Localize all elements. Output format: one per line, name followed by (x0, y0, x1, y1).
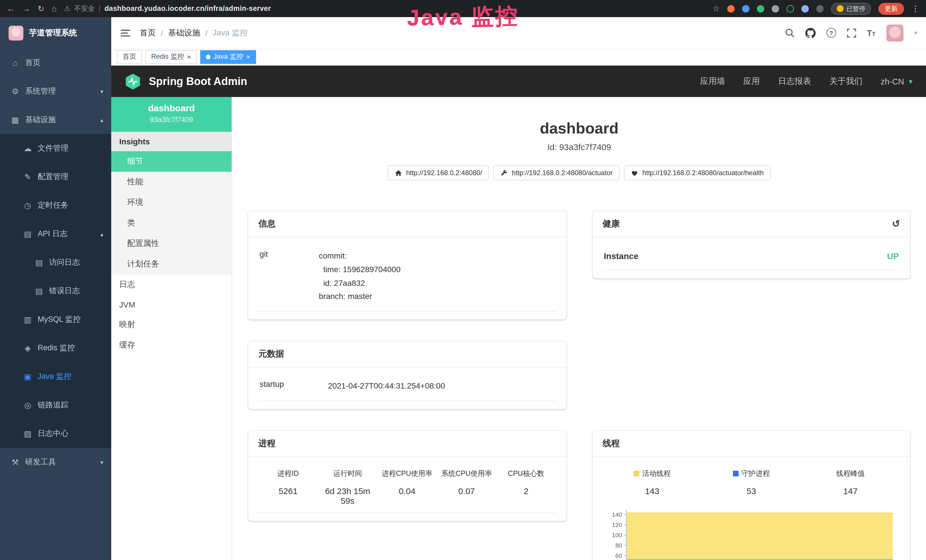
close-icon[interactable]: × (246, 53, 250, 60)
actuator-url-button[interactable]: http://192.168.0.2:48080/actuator (494, 165, 620, 180)
sidebar-item-dev-tools[interactable]: ⚒ 研发工具 ▾ (0, 448, 111, 477)
sidebar-item-system-mgmt[interactable]: ⚙ 系统管理 ▾ (0, 77, 111, 106)
sba-brand-title[interactable]: Spring Boot Admin (149, 75, 247, 88)
extension-icon[interactable] (772, 5, 779, 12)
sba-nav-applications[interactable]: 应用 (743, 76, 760, 87)
sidebar-item-label: 系统管理 (25, 86, 56, 97)
sba-item-environment[interactable]: 环境 (111, 192, 232, 213)
sba-nav-about[interactable]: 关于我们 (829, 76, 862, 87)
sidebar-item-home[interactable]: ⌂ 首页 (0, 48, 111, 77)
back-icon[interactable]: ← (7, 4, 15, 13)
app-logo-row[interactable]: 芋道管理系统 (0, 17, 111, 48)
sba-sidebar: dashboard 93a3fc7f7409 Insights 细节 性能 环境… (111, 97, 232, 560)
card-title: 信息 (259, 218, 275, 229)
sba-item-caches[interactable]: 缓存 (111, 335, 232, 356)
locale-select[interactable]: zh-CN ▼ (881, 77, 914, 86)
breadcrumb-infrastructure[interactable]: 基础设施 (168, 28, 200, 38)
extension-icon[interactable] (757, 5, 764, 12)
bookmark-star-icon[interactable]: ☆ (713, 4, 720, 13)
service-url-button[interactable]: http://192.168.0.2:48080/ (388, 165, 489, 180)
browser-home-icon[interactable]: ⌂ (51, 4, 56, 13)
forward-icon[interactable]: → (22, 4, 30, 13)
sidebar-item-api-logs[interactable]: ▤ API 日志 ▴ (0, 219, 111, 248)
update-button[interactable]: 更新 (878, 3, 904, 15)
stat-value: 143 (602, 486, 702, 496)
sidebar-item-label: Java 监控 (38, 371, 71, 382)
tab-label: Redis 监控 (151, 52, 184, 62)
sidebar-item-mysql-monitor[interactable]: ▥ MySQL 监控 (0, 305, 111, 334)
sba-item-jvm[interactable]: JVM (111, 295, 232, 314)
browser-menu-icon[interactable]: ⋮ (911, 4, 920, 13)
profile-paused-chip[interactable]: 已暂停 (831, 3, 871, 15)
github-icon[interactable] (805, 28, 816, 38)
svg-text:80: 80 (615, 542, 622, 549)
sba-item-details[interactable]: 细节 (111, 151, 232, 172)
sba-item-metrics[interactable]: 性能 (111, 172, 232, 192)
breadcrumb-separator: / (205, 28, 207, 37)
extension-icon[interactable] (801, 5, 809, 12)
sidebar-item-cron-jobs[interactable]: ◷ 定时任务 (0, 191, 111, 219)
font-size-icon[interactable]: TT (867, 28, 876, 38)
health-instance-label: Instance (604, 251, 639, 261)
breadcrumb-separator: / (161, 28, 163, 37)
sba-item-scheduled-tasks[interactable]: 计划任务 (111, 254, 232, 274)
svg-text:100: 100 (612, 532, 622, 539)
hamburger-icon[interactable] (120, 28, 131, 38)
sidebar-item-error-logs[interactable]: ▤ 错误日志 (0, 277, 111, 305)
close-icon[interactable]: × (187, 53, 191, 60)
sidebar-item-infrastructure[interactable]: ▦ 基础设施 ▴ (0, 106, 111, 134)
history-icon[interactable]: ↺ (892, 219, 900, 229)
chevron-down-icon[interactable]: ▾ (914, 30, 917, 36)
health-url-button[interactable]: http://192.168.0.2:48080/actuator/health (624, 165, 770, 180)
breadcrumb-home[interactable]: 首页 (140, 28, 156, 38)
stat-label: 运行时间 (318, 469, 378, 479)
svg-text:120: 120 (612, 522, 622, 528)
sba-nav-wallboard[interactable]: 应用墙 (700, 76, 725, 87)
metadata-card-body: startup 2021-04-27T00:44:31.254+08:00 (248, 368, 566, 409)
refresh-icon[interactable]: ↻ (38, 4, 44, 13)
sidebar-item-redis-monitor[interactable]: ◈ Redis 监控 (0, 334, 111, 362)
tab-label: 首页 (123, 52, 136, 62)
user-avatar[interactable] (887, 24, 903, 41)
app-frame: 芋道管理系统 ⌂ 首页 ⚙ 系统管理 ▾ ▦ 基础设施 ▴ ☁ 文件管理 ✎ (0, 17, 926, 560)
screen: ← → ↻ ⌂ ⚠ 不安全 | dashboard.yudao.iocoder.… (0, 0, 926, 560)
sidebar-item-config-mgmt[interactable]: ✎ 配置管理 (0, 163, 111, 191)
address-divider: | (99, 5, 101, 12)
database-icon: ▥ (23, 315, 33, 324)
process-stats-row: 进程ID 5261 运行时间 6d 23h 15m 59s 进程CPU使用率 (259, 462, 556, 513)
tab-java-monitor[interactable]: Java 监控 × (200, 50, 256, 64)
sba-item-logs[interactable]: 日志 (111, 274, 232, 295)
extension-icon[interactable] (787, 5, 794, 12)
sidebar-item-access-logs[interactable]: ▤ 访问日志 (0, 248, 111, 277)
document-icon: ▤ (34, 286, 44, 295)
instance-header[interactable]: dashboard 93a3fc7f7409 (111, 97, 232, 132)
search-icon[interactable] (785, 28, 794, 38)
extension-icon[interactable] (742, 5, 749, 12)
sba-item-classes[interactable]: 类 (111, 213, 232, 233)
url-text[interactable]: dashboard.yudao.iocoder.cn/infra/admin-s… (104, 5, 271, 12)
address-bar[interactable]: ⚠ 不安全 | dashboard.yudao.iocoder.cn/infra… (64, 4, 705, 14)
log-icon: ▤ (23, 229, 33, 239)
puzzle-extensions-icon[interactable] (816, 5, 824, 12)
legend-label: 活动线程 (642, 469, 671, 479)
tab-redis-monitor[interactable]: Redis 监控 × (145, 50, 197, 64)
sidebar-item-label: 日志中心 (38, 428, 68, 439)
tab-home[interactable]: 首页 (117, 50, 142, 64)
chevron-down-icon: ▼ (908, 78, 914, 85)
extension-icon[interactable] (727, 5, 735, 12)
sba-nav-journal[interactable]: 日志报表 (778, 76, 811, 87)
security-label[interactable]: 不安全 (74, 4, 95, 14)
sba-item-config-props[interactable]: 配置属性 (111, 233, 232, 254)
help-icon[interactable]: ? (826, 28, 836, 38)
sidebar-item-log-center[interactable]: ▧ 日志中心 (0, 419, 111, 448)
main-pane: 首页 / 基础设施 / Java 监控 ? TT ▾ (111, 17, 926, 560)
fullscreen-icon[interactable] (847, 28, 856, 37)
sba-item-mappings[interactable]: 映射 (111, 314, 232, 335)
process-card: 进程 进程ID 5261 运行时间 (248, 431, 566, 521)
sidebar-item-java-monitor[interactable]: ▣ Java 监控 (0, 362, 111, 391)
sidebar-item-file-mgmt[interactable]: ☁ 文件管理 (0, 134, 111, 163)
sba-group-insights[interactable]: Insights (111, 132, 232, 151)
sidebar-item-tracing[interactable]: ◎ 链路追踪 (0, 391, 111, 419)
stat-label: CPU核心数 (496, 469, 556, 479)
health-row-instance[interactable]: Instance UP (602, 242, 900, 271)
